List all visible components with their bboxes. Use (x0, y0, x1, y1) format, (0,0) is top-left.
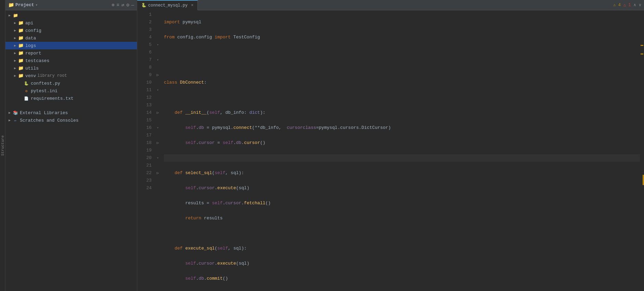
tab-file-icon: 🐍 (141, 3, 146, 8)
minimize-icon[interactable]: — (131, 2, 134, 8)
code-line-12: self.cursor.execute(sql) (164, 184, 640, 192)
folder-icon: 📁 (18, 58, 24, 63)
python-file-icon: 🐍 (23, 81, 29, 86)
tree-label: venv (25, 73, 36, 78)
code-line-15 (164, 230, 640, 237)
expand-icon[interactable]: ⇄ (121, 2, 124, 8)
arrow-icon: ▶ (12, 21, 18, 25)
tab-filename: connect_mysql.py (148, 3, 188, 8)
tree-label (20, 13, 69, 18)
file-tree: ▶ 📁 ▶ 📁 api ▶ 📁 config ▶ 📁 data ▶ 📁 logs (5, 10, 137, 291)
folder-icon: 📁 (18, 36, 24, 40)
tab-end-icons: ⚠ 4 △ 1 ∧ ∨ (613, 2, 644, 8)
editor-content: 12345 678910 1112131415 1617181920 21222… (137, 10, 644, 291)
tree-item-testcases[interactable]: ▶ 📁 testcases (5, 57, 137, 64)
tree-label: api (25, 21, 33, 26)
tree-item-venv[interactable]: ▶ 📁 venv library root (5, 72, 137, 80)
tab-bar: 🐍 connect_mysql.py × ⚠ 4 △ 1 ∧ ∨ (137, 0, 644, 10)
nav-arrows-down[interactable]: ∨ (639, 2, 641, 8)
sort-icon[interactable]: ≡ (116, 2, 119, 8)
editor-area: 🐍 connect_mysql.py × ⚠ 4 △ 1 ∧ ∨ 12345 6… (137, 0, 644, 291)
folder-icon: 📁 (18, 66, 24, 71)
tree-item-utils[interactable]: ▶ 📁 utils (5, 64, 137, 72)
tree-label: External Libraries (20, 110, 68, 116)
arrow-icon: ▶ (7, 111, 12, 115)
tree-label: requirements.txt (31, 96, 74, 101)
code-area[interactable]: import pymysql from config.config import… (161, 10, 640, 291)
fold-7[interactable]: ▾ (154, 56, 161, 64)
fold-9[interactable]: ▷ (154, 71, 161, 79)
code-line-3 (164, 49, 640, 56)
arrow-icon: ▶ (12, 51, 18, 55)
fold-14[interactable]: ▷ (154, 109, 161, 117)
arrow-icon (18, 97, 23, 100)
code-line-6 (164, 94, 640, 101)
code-line-2: from config.config import TestConfig (164, 34, 640, 41)
code-line-11: def select_sql(self, sql): (164, 169, 640, 177)
code-line-4 (164, 64, 640, 71)
req-file-icon: 📄 (23, 96, 29, 101)
arrow-icon: ▶ (12, 28, 18, 33)
tab-close-button[interactable]: × (191, 3, 193, 8)
project-dropdown-icon[interactable]: ▾ (36, 3, 38, 7)
tree-item-conftest[interactable]: 🐍 conftest.py (5, 80, 137, 87)
error-count: △ 1 (623, 2, 631, 8)
folder-icon: 📁 (18, 73, 24, 78)
fold-18[interactable]: ▷ (154, 139, 161, 147)
arrow-icon (18, 89, 23, 93)
folder-icon: 📁 (12, 13, 18, 18)
tree-item-root-blurred[interactable]: ▶ 📁 (5, 12, 137, 19)
tree-label: pytest.ini (31, 88, 57, 94)
warning-marker-2 (641, 53, 643, 54)
line-numbers: 12345 678910 1112131415 1617181920 21222… (137, 10, 154, 291)
tree-label: logs (25, 43, 36, 48)
code-line-16: def execute_sql(self, sql): (164, 245, 640, 252)
warning-count: ⚠ 4 (613, 2, 621, 8)
fold-16[interactable]: ▾ (154, 124, 161, 132)
tree-item-scratches[interactable]: ▶ ✏ Scratches and Consoles (5, 117, 137, 124)
tree-label-suffix: library root (37, 73, 67, 78)
folder-icon: 📁 (18, 43, 24, 48)
fold-20[interactable]: ▾ (154, 154, 161, 162)
project-header-left: 📁 Project ▾ (8, 2, 38, 8)
project-title: Project (15, 2, 34, 8)
tree-item-data[interactable]: ▶ 📁 data (5, 34, 137, 42)
project-panel: 📁 Project ▾ ⊕ ≡ ⇄ ⚙ — ▶ 📁 ▶ 📁 api ▶ (5, 0, 137, 291)
tree-item-external-libs[interactable]: ▶ 📚 External Libraries (5, 109, 137, 117)
folder-icon: 📁 (18, 51, 24, 56)
project-folder-icon: 📁 (8, 2, 14, 8)
tree-item-logs[interactable]: ▶ 📁 logs (5, 42, 137, 49)
fold-5[interactable]: ▾ (154, 41, 161, 49)
editor-tab-connect-mysql[interactable]: 🐍 connect_mysql.py × (137, 0, 198, 10)
arrow-icon (18, 82, 23, 85)
project-header: 📁 Project ▾ ⊕ ≡ ⇄ ⚙ — (5, 0, 137, 10)
tree-item-pytest-ini[interactable]: ⚙ pytest.ini (5, 87, 137, 95)
project-header-icons: ⊕ ≡ ⇄ ⚙ — (112, 2, 134, 8)
code-line-5: class DbConnect: (164, 79, 640, 86)
arrow-icon: ▶ (12, 74, 18, 78)
code-line-18: self.db.commit() (164, 275, 640, 282)
right-gutter (640, 10, 644, 291)
code-line-14: return results (164, 215, 640, 222)
arrow-icon: ▶ (12, 66, 18, 70)
code-line-1: import pymysql (164, 19, 640, 26)
warning-marker-1 (641, 45, 643, 46)
scratches-icon: ✏ (12, 118, 18, 123)
arrow-icon: ▶ (7, 118, 12, 122)
tree-label: data (25, 36, 36, 41)
tree-item-config[interactable]: ▶ 📁 config (5, 27, 137, 34)
tree-item-requirements[interactable]: 📄 requirements.txt (5, 95, 137, 102)
nav-arrows[interactable]: ∧ (634, 2, 636, 8)
tree-label: config (25, 28, 41, 33)
lib-icon: 📚 (12, 110, 18, 115)
scope-icon[interactable]: ⊕ (112, 2, 114, 8)
tree-item-api[interactable]: ▶ 📁 api (5, 19, 137, 27)
fold-gutter: ▾ ▾ ▷ ▾ ▷ ▾ ▷ ▾ ▷ (154, 10, 161, 291)
tree-item-report[interactable]: ▶ 📁 report (5, 49, 137, 57)
folder-icon: 📁 (18, 21, 24, 25)
fold-22[interactable]: ▷ (154, 169, 161, 177)
fold-11[interactable]: ▾ (154, 86, 161, 94)
structure-label-panel: Structure (0, 0, 5, 291)
ini-file-icon: ⚙ (23, 88, 29, 93)
settings-icon[interactable]: ⚙ (126, 2, 129, 8)
